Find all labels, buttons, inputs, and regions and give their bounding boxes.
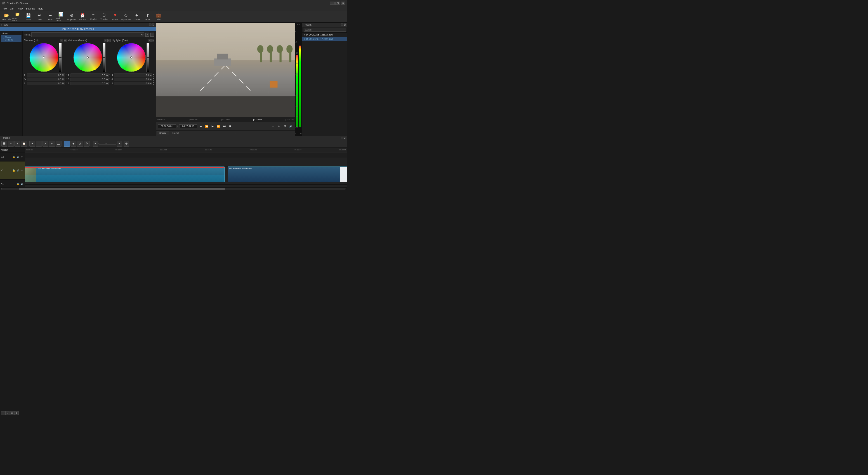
shadows-b-down[interactable]: ▼ [65, 84, 67, 85]
tl-append-btn[interactable]: ✂ [8, 141, 14, 147]
shadows-g-up[interactable]: ▲ [65, 78, 67, 80]
preset-add-btn[interactable]: + [145, 33, 149, 37]
in-point-btn[interactable]: ⊣ [271, 124, 275, 128]
tl-rotate-btn[interactable]: ↻ [84, 141, 90, 147]
v1-mute-btn[interactable]: 🔊 [16, 169, 20, 172]
open-other-button[interactable]: 📁 Open Other ˅ [12, 11, 23, 22]
a1-lock-btn[interactable]: 🔒 [16, 182, 20, 186]
recent-close-btn[interactable]: ✕ [344, 24, 346, 26]
highlights-g-input[interactable] [114, 78, 152, 81]
filter-item-colour-grading[interactable]: ✓ Colour Grading [1, 35, 22, 41]
undo-button[interactable]: ↩ Undo [34, 11, 44, 22]
restore-button[interactable]: ⧠ [336, 2, 340, 5]
tl-ripple-all-btn[interactable]: ◎ [77, 141, 83, 147]
zoom-fit-btn[interactable]: ⊙ [124, 141, 129, 147]
playlist-button[interactable]: ≡ Playlist [88, 11, 98, 22]
preset-remove-btn[interactable]: − [150, 33, 154, 37]
shadows-g-down[interactable]: ▼ [65, 80, 67, 81]
save-button[interactable]: 💾 Save [23, 11, 33, 22]
v1-lock-btn[interactable]: 🔒 [12, 169, 16, 172]
history-button[interactable]: ⏮ History [131, 11, 142, 22]
highlights-r-down[interactable]: ▼ [153, 75, 154, 77]
midtones-eye-btn[interactable]: ◎ [107, 39, 111, 42]
midtones-r-down[interactable]: ▼ [109, 75, 111, 77]
highlights-color-wheel[interactable] [117, 43, 146, 72]
shadows-vertical-slider[interactable] [59, 43, 62, 72]
highlights-b-down[interactable]: ▼ [153, 84, 154, 85]
audio-btn[interactable]: 🔊 [288, 124, 293, 128]
shadows-g-input[interactable] [27, 78, 65, 81]
current-time-display[interactable]: 00:16:50:01 [158, 124, 176, 128]
shadows-reset-btn[interactable]: ↺ [60, 39, 63, 42]
v1-clip-main[interactable]: VID_20171208_155924.mp4 [25, 167, 225, 182]
menu-edit[interactable]: Edit [8, 7, 16, 10]
midtones-r-input[interactable] [70, 73, 109, 77]
shadows-eye-btn[interactable]: ◎ [64, 39, 67, 42]
zoom-slider[interactable] [98, 143, 116, 145]
minimize-button[interactable]: − [330, 2, 335, 5]
tl-menu-btn[interactable]: ☰ [1, 141, 7, 147]
tl-snap-btn[interactable]: ↕ [64, 141, 70, 147]
midtones-b-up[interactable]: ▲ [109, 82, 111, 84]
shadows-color-wheel[interactable] [29, 43, 59, 72]
highlights-g-down[interactable]: ▼ [153, 80, 154, 81]
project-tab[interactable]: Project [169, 131, 182, 135]
highlights-reset-btn[interactable]: ↺ [148, 39, 151, 42]
properties-button[interactable]: ⚙ Properties [66, 11, 77, 22]
menu-help[interactable]: Help [37, 7, 44, 10]
v2-eye-btn[interactable]: 👁 [20, 155, 24, 159]
tl-lift-btn[interactable]: ⊕ [14, 141, 20, 147]
search-input[interactable] [304, 28, 346, 32]
stop-btn[interactable]: ⏹ [228, 124, 232, 128]
shadows-r-up[interactable]: ▲ [65, 73, 67, 75]
scroll-thumb[interactable] [19, 188, 225, 190]
midtones-b-input[interactable] [70, 82, 109, 85]
highlights-b-input[interactable] [114, 82, 152, 85]
highlights-vertical-slider[interactable] [147, 43, 149, 72]
timeline-button[interactable]: ⏱ Timeline [99, 11, 110, 22]
tl-overwrite-btn[interactable]: 📋 [21, 141, 27, 147]
recent-float-btn[interactable] [341, 24, 343, 26]
tl-ripple-btn[interactable]: ◈ [70, 141, 76, 147]
skip-end-btn[interactable]: ⏭ [222, 124, 227, 128]
midtones-vertical-slider[interactable] [103, 43, 105, 72]
open-file-button[interactable]: 📂 Open File [1, 11, 12, 22]
highlights-r-up[interactable]: ▲ [153, 73, 154, 75]
timeline-float-btn[interactable] [341, 137, 343, 139]
prev-frame-btn[interactable]: ⏪ [205, 124, 209, 128]
a1-mute-btn[interactable]: 🔊 [20, 182, 24, 186]
midtones-g-down[interactable]: ▼ [109, 80, 111, 81]
timeline-close-btn[interactable]: ✕ [344, 137, 346, 139]
peak-meter-button[interactable]: 📊 Peak Meter [56, 11, 66, 22]
recent-button[interactable]: ⏰ Recent [77, 11, 88, 22]
shadows-b-input[interactable] [27, 82, 65, 85]
scroll-right-btn[interactable]: ▸ [346, 187, 347, 190]
menu-file[interactable]: File [1, 7, 8, 10]
midtones-g-up[interactable]: ▲ [109, 78, 111, 80]
highlights-b-up[interactable]: ▲ [153, 82, 154, 84]
keyframes-button[interactable]: ◇ Keyframes [121, 11, 131, 22]
shadows-r-down[interactable]: ▼ [65, 75, 67, 77]
zoom-out-btn[interactable]: − [93, 141, 98, 147]
jobs-button[interactable]: 💼 Jobs [153, 11, 164, 22]
tl-blend-btn[interactable]: ▬ [56, 141, 61, 147]
midtones-b-down[interactable]: ▼ [109, 84, 111, 85]
highlights-g-up[interactable]: ▲ [153, 78, 154, 80]
redo-button[interactable]: ↪ Redo [45, 11, 55, 22]
shadows-b-up[interactable]: ▲ [65, 82, 67, 84]
midtones-r-up[interactable]: ▲ [109, 73, 111, 75]
source-tab[interactable]: Source [157, 131, 169, 135]
scroll-track[interactable] [2, 188, 346, 190]
menu-view[interactable]: View [16, 7, 24, 10]
recent-item-1[interactable]: VID_20171208_173102.mp4 [302, 37, 347, 41]
highlights-r-input[interactable] [114, 73, 152, 77]
tl-remove-btn[interactable]: — [36, 141, 42, 147]
out-point-btn[interactable]: ⊢ [277, 124, 281, 128]
v1-clip-second[interactable]: VID_20171208_155924.mp4 [228, 167, 347, 182]
filters-float-btn[interactable] [149, 24, 151, 26]
tl-add-btn[interactable]: + [29, 141, 35, 147]
v2-lock-btn[interactable]: 🔒 [12, 155, 16, 159]
recent-item-0[interactable]: VID_20171208_155924.mp4 [302, 33, 347, 37]
close-button[interactable]: ✕ [341, 2, 345, 5]
tl-down-btn[interactable]: ∨ [49, 141, 55, 147]
